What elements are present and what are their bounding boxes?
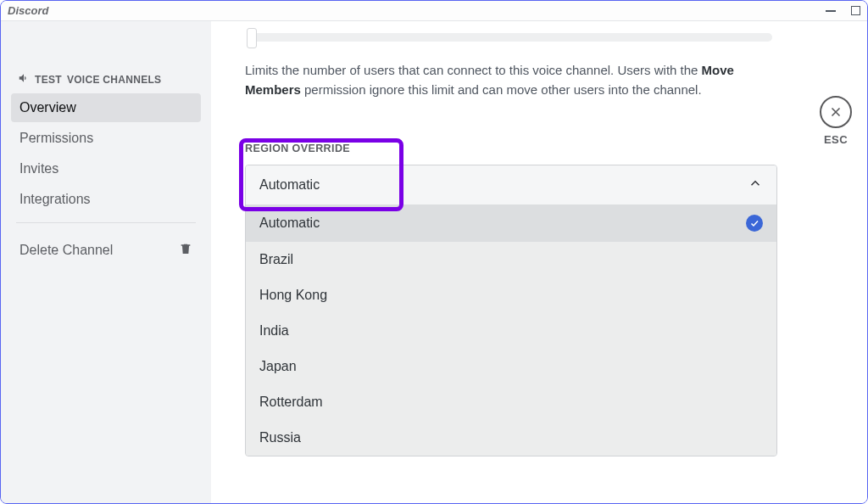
sidebar-item-invites[interactable]: Invites	[11, 154, 201, 183]
option-label: Brazil	[259, 252, 293, 267]
sidebar-item-label: Permissions	[19, 131, 93, 145]
option-label: Russia	[259, 430, 301, 445]
dropdown-option-automatic[interactable]: Automatic	[246, 204, 776, 242]
sidebar-item-integrations[interactable]: Integrations	[11, 185, 201, 214]
dropdown-option-rotterdam[interactable]: Rotterdam	[246, 384, 776, 420]
region-override-label: REGION OVERRIDE	[245, 143, 816, 154]
sidebar-divider	[16, 222, 196, 223]
user-limit-help-text: Limits the number of users that can conn…	[245, 60, 787, 100]
close-settings[interactable]: ESC	[820, 96, 852, 146]
sidebar-header-label: VOICE CHANNELS	[67, 74, 162, 86]
window-titlebar: Discord	[1, 1, 867, 21]
dropdown-option-japan[interactable]: Japan	[246, 349, 776, 384]
sidebar-item-label: Invites	[19, 161, 58, 176]
esc-label: ESC	[824, 133, 848, 146]
help-pre: Limits the number of users that can conn…	[245, 63, 702, 77]
sidebar-item-label: Integrations	[19, 192, 91, 206]
app-body: TEST VOICE CHANNELS Overview Permissions…	[1, 21, 867, 504]
option-label: India	[259, 323, 289, 339]
option-label: Hong Kong	[259, 288, 327, 303]
settings-sidebar: TEST VOICE CHANNELS Overview Permissions…	[1, 21, 211, 504]
dropdown-option-hongkong[interactable]: Hong Kong	[246, 277, 776, 313]
window-minimize-button[interactable]	[826, 10, 836, 12]
slider-thumb[interactable]	[247, 28, 257, 48]
dropdown-option-brazil[interactable]: Brazil	[246, 242, 776, 277]
window-maximize-button[interactable]	[851, 6, 860, 15]
sidebar-header: TEST VOICE CHANNELS	[11, 72, 201, 93]
trash-icon	[179, 242, 192, 259]
window-controls	[826, 6, 860, 15]
dropdown-list[interactable]: Automatic Brazil Hong Kong India Japan	[246, 204, 776, 456]
option-label: Rotterdam	[259, 395, 323, 410]
settings-content: Limits the number of users that can conn…	[211, 21, 867, 504]
dropdown-option-russia[interactable]: Russia	[246, 420, 776, 456]
sidebar-item-overview[interactable]: Overview	[11, 93, 201, 122]
sidebar-delete-channel[interactable]: Delete Channel	[11, 235, 201, 266]
sidebar-header-prefix: TEST	[35, 74, 62, 86]
user-limit-slider-row	[245, 28, 816, 42]
check-icon	[746, 215, 763, 232]
close-icon	[820, 96, 852, 128]
option-label: Japan	[259, 359, 297, 374]
delete-label: Delete Channel	[19, 243, 113, 258]
help-post: permission ignore this limit and can mov…	[301, 82, 702, 97]
app-title: Discord	[8, 4, 48, 17]
dropdown-option-india[interactable]: India	[246, 313, 776, 349]
sidebar-item-label: Overview	[19, 100, 76, 115]
volume-icon	[18, 72, 30, 87]
chevron-up-icon	[748, 176, 763, 194]
sidebar-item-permissions[interactable]: Permissions	[11, 124, 201, 153]
region-override-dropdown: Automatic Automatic Brazil Hong Kong	[245, 165, 777, 456]
user-limit-slider[interactable]	[247, 33, 772, 42]
dropdown-selected-label: Automatic	[259, 177, 320, 193]
option-label: Automatic	[259, 216, 320, 231]
dropdown-selected[interactable]: Automatic	[246, 165, 776, 204]
